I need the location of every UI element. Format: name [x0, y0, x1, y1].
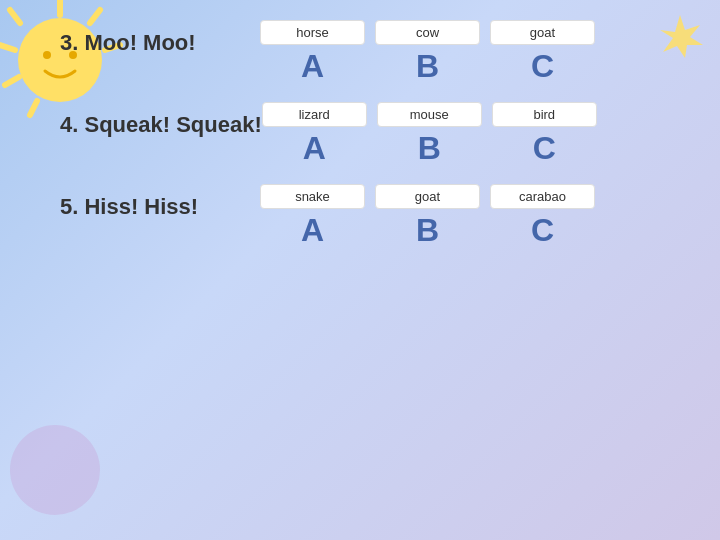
option-4b-letter: B	[418, 131, 441, 166]
svg-line-3	[10, 10, 20, 23]
option-5a: snake A	[260, 184, 365, 248]
option-4b-animal: mouse	[377, 102, 482, 127]
option-3c: goat C	[490, 20, 595, 84]
option-4c-letter: C	[533, 131, 556, 166]
option-4a: lizard A	[262, 102, 367, 166]
option-3a-animal: horse	[260, 20, 365, 45]
option-3b: cow B	[375, 20, 480, 84]
options-grid-5: snake A goat B carabao C	[260, 184, 595, 248]
options-grid-3: horse A cow B goat C	[260, 20, 595, 84]
option-3b-letter: B	[416, 49, 439, 84]
option-5b-animal: goat	[375, 184, 480, 209]
option-3c-letter: C	[531, 49, 554, 84]
question-row-4: 4. Squeak! Squeak! lizard A mouse B bird…	[60, 102, 700, 166]
question-row-3: 3. Moo! Moo! horse A cow B goat C	[60, 20, 700, 84]
option-4b: mouse B	[377, 102, 482, 166]
svg-point-8	[43, 51, 51, 59]
options-grid-4: lizard A mouse B bird C	[262, 102, 597, 166]
option-4a-animal: lizard	[262, 102, 367, 127]
option-5c: carabao C	[490, 184, 595, 248]
svg-line-4	[0, 45, 15, 50]
option-5b-letter: B	[416, 213, 439, 248]
option-5a-animal: snake	[260, 184, 365, 209]
option-3a: horse A	[260, 20, 365, 84]
option-4c-animal: bird	[492, 102, 597, 127]
question-3-label: 3. Moo! Moo!	[60, 20, 260, 56]
option-4a-letter: A	[303, 131, 326, 166]
option-5c-animal: carabao	[490, 184, 595, 209]
option-3c-animal: goat	[490, 20, 595, 45]
option-5b: goat B	[375, 184, 480, 248]
svg-line-5	[5, 77, 19, 85]
question-4-label: 4. Squeak! Squeak!	[60, 102, 262, 138]
option-3a-letter: A	[301, 49, 324, 84]
option-3b-animal: cow	[375, 20, 480, 45]
main-content: 3. Moo! Moo! horse A cow B goat C 4. Squ…	[60, 20, 700, 520]
option-5a-letter: A	[301, 213, 324, 248]
question-row-5: 5. Hiss! Hiss! snake A goat B carabao C	[60, 184, 700, 248]
option-4c: bird C	[492, 102, 597, 166]
option-5c-letter: C	[531, 213, 554, 248]
question-5-label: 5. Hiss! Hiss!	[60, 184, 260, 220]
svg-line-6	[30, 101, 37, 115]
